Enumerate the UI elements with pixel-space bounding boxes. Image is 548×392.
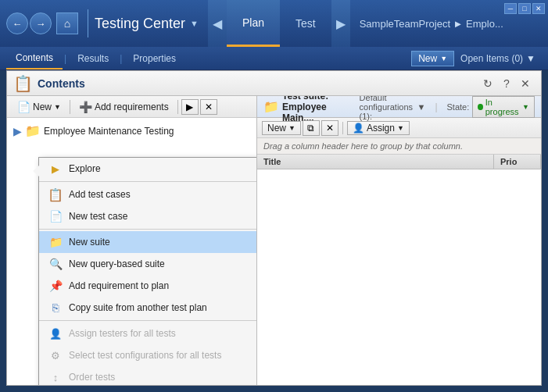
panel-icon: 📋 <box>13 74 33 93</box>
suite-header-icon: 📁 <box>263 99 279 114</box>
tree-expand-icon[interactable]: ▶ <box>13 125 22 137</box>
config-label: Default configurations (1): <box>360 96 414 121</box>
col-title-priority[interactable]: Prio <box>494 155 541 169</box>
menu-item-new-query-suite[interactable]: 🔍 New query-based suite <box>39 253 257 275</box>
folder-icon: 📁 <box>25 123 41 138</box>
new-suite-icon: 📁 <box>48 235 63 249</box>
menu-item-select-configs: ⚙ Select test configurations for all tes… <box>39 344 257 366</box>
secondary-nav: Contents | Results | Properties New ▼ Op… <box>0 47 548 70</box>
tab-contents[interactable]: Contents <box>6 47 63 69</box>
title-separator <box>88 9 88 37</box>
add-test-cases-icon: 📋 <box>48 187 63 201</box>
state-label: State: <box>447 102 470 112</box>
assign-dropdown-arrow: ▼ <box>397 124 404 132</box>
open-items-dropdown-arrow: ▼ <box>526 53 535 64</box>
help-button[interactable]: ? <box>497 74 516 93</box>
back-button[interactable]: ← <box>6 12 28 34</box>
tab-right-arrow[interactable]: ▶ <box>331 0 350 47</box>
right-panel: 📁 Test suite: Employee Main.... Default … <box>257 96 541 385</box>
menu-item-order-tests: ↕ Order tests <box>39 366 257 385</box>
state-dropdown-arrow: ▼ <box>522 103 529 111</box>
left-toolbar: 📄 New ▼ ➕ Add requirements ▶ ✕ <box>7 96 256 118</box>
left-panel: 📄 New ▼ ➕ Add requirements ▶ ✕ ▶ 📁 E <box>7 96 257 385</box>
open-items-button[interactable]: Open Items (0) ▼ <box>454 52 542 66</box>
menu-item-copy-suite[interactable]: ⎘ Copy suite from another test plan <box>39 297 257 319</box>
right-delete-button[interactable]: ✕ <box>321 120 338 136</box>
panel-title: Contents <box>38 77 85 90</box>
toolbar-action-button[interactable]: ▶ <box>181 99 199 115</box>
breadcrumb: SampleTeamProject ► Emplo... <box>360 18 503 30</box>
new-dropdown-arrow: ▼ <box>440 55 447 62</box>
nav-tabs: Plan Test <box>227 0 331 47</box>
app-title: Testing Center <box>95 16 185 32</box>
new-dropdown-icon: ▼ <box>54 103 61 111</box>
assign-icon: 👤 <box>353 123 364 134</box>
right-copy-button[interactable]: ⧉ <box>303 120 320 136</box>
menu-item-new-test-case[interactable]: 📄 New test case <box>39 205 257 227</box>
group-by-bar: Drag a column header here to group by th… <box>257 138 541 155</box>
explore-icon: ▶ <box>48 162 63 176</box>
maximize-button[interactable]: □ <box>518 3 531 14</box>
tree-area: ▶ 📁 Employee Maintenance Testing ▶ Explo… <box>7 118 256 144</box>
new-icon: 📄 <box>17 101 30 113</box>
menu-item-add-requirement[interactable]: 📌 Add requirement to plan <box>39 275 257 297</box>
nav-arrows: ← → <box>6 12 52 34</box>
tab-left-arrow[interactable]: ◀ <box>208 0 227 47</box>
context-menu: ▶ Explore 📋 Add test cases 📄 New test ca… <box>38 157 257 385</box>
select-configs-icon: ⚙ <box>48 348 63 362</box>
new-test-case-icon: 📄 <box>48 209 63 223</box>
home-button[interactable]: ⌂ <box>56 12 78 34</box>
minimize-button[interactable]: ─ <box>504 3 517 14</box>
title-dropdown-arrow[interactable]: ▼ <box>190 19 199 28</box>
refresh-button[interactable]: ↻ <box>478 74 497 93</box>
title-bar: ─ □ ✕ ← → ⌂ Testing Center ▼ ◀ Plan Test… <box>0 0 548 47</box>
tree-item[interactable]: ▶ 📁 Employee Maintenance Testing <box>7 121 256 141</box>
new-query-suite-icon: 🔍 <box>48 257 63 271</box>
forward-button[interactable]: → <box>30 12 52 34</box>
assign-testers-icon: 👤 <box>48 326 63 340</box>
close-panel-button[interactable]: ✕ <box>516 74 535 93</box>
contents-panel: 📋 Contents ↻ ? ✕ 📄 New ▼ ➕ Add requireme… <box>6 70 542 386</box>
column-headers: Title Prio <box>257 155 541 169</box>
toolbar-delete-button[interactable]: ✕ <box>200 99 217 115</box>
menu-item-explore[interactable]: ▶ Explore <box>39 158 257 180</box>
col-title-title[interactable]: Title <box>257 155 494 169</box>
add-requirements-button[interactable]: ➕ Add requirements <box>73 98 174 116</box>
right-new-button[interactable]: New ▼ <box>262 121 301 135</box>
new-button[interactable]: New ▼ <box>411 51 454 66</box>
tab-test[interactable]: Test <box>280 0 331 47</box>
add-requirement-icon: 📌 <box>48 279 63 293</box>
panel-header: 📋 Contents ↻ ? ✕ <box>7 71 541 96</box>
tab-results[interactable]: Results <box>68 47 118 69</box>
menu-item-new-suite[interactable]: 📁 New suite <box>39 231 257 253</box>
panel-body: 📄 New ▼ ➕ Add requirements ▶ ✕ ▶ 📁 E <box>7 96 541 385</box>
state-button[interactable]: In progress ▼ <box>472 96 535 118</box>
state-indicator <box>478 104 482 110</box>
tab-properties[interactable]: Properties <box>124 47 185 69</box>
menu-item-assign-testers: 👤 Assign testers for all tests <box>39 323 257 344</box>
menu-item-add-test-cases[interactable]: 📋 Add test cases <box>39 184 257 205</box>
add-req-icon: ➕ <box>79 101 92 113</box>
right-toolbar: New ▼ ⧉ ✕ 👤 Assign ▼ <box>257 118 541 138</box>
order-tests-icon: ↕ <box>48 370 63 384</box>
assign-button[interactable]: 👤 Assign ▼ <box>347 121 410 135</box>
new-suite-button[interactable]: 📄 New ▼ <box>12 98 66 116</box>
tab-plan[interactable]: Plan <box>227 0 280 47</box>
suite-title: Test suite: Employee Main.... <box>282 96 353 123</box>
right-new-dropdown: ▼ <box>288 124 295 132</box>
window-controls: ─ □ ✕ <box>504 3 545 14</box>
suite-header: 📁 Test suite: Employee Main.... Default … <box>257 96 541 118</box>
close-button[interactable]: ✕ <box>532 3 545 14</box>
config-dropdown[interactable]: ▼ <box>417 102 426 112</box>
copy-suite-icon: ⎘ <box>48 301 63 315</box>
